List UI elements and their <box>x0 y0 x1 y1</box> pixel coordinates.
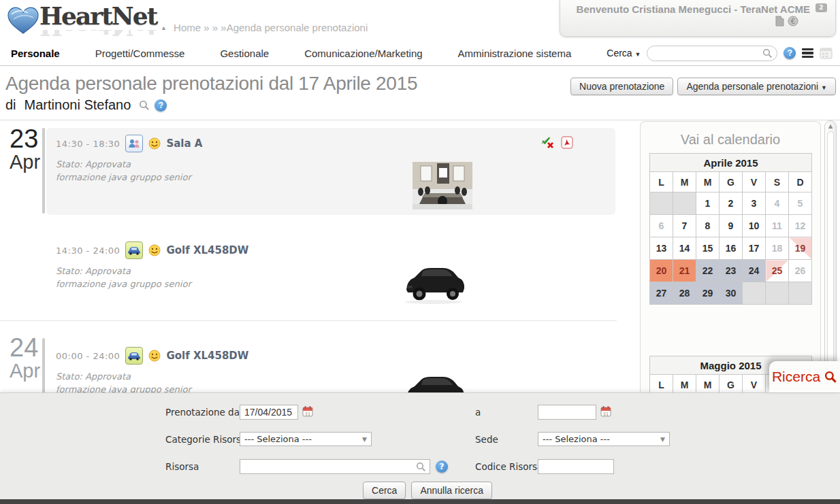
datepicker-icon[interactable]: 31 <box>600 405 611 418</box>
weekday: M <box>696 375 720 395</box>
svg-text:31: 31 <box>603 411 609 417</box>
weekday: M <box>673 172 696 192</box>
calendar-day[interactable]: 26 <box>789 260 812 282</box>
calendar-day[interactable]: 29 <box>696 282 720 305</box>
datepicker-icon[interactable]: 31 <box>302 405 313 418</box>
codice-label: Codice Risorsa <box>475 459 543 474</box>
nav-item-personale[interactable]: Personale <box>11 48 60 59</box>
codice-input[interactable] <box>538 459 614 474</box>
calendar-day[interactable]: 15 <box>696 237 720 260</box>
calendar-day[interactable]: 3 <box>743 192 766 215</box>
weekday: V <box>743 172 766 192</box>
booking-time: 14:30 - 18:30 <box>56 139 120 149</box>
calendar-day[interactable]: 17 <box>743 237 766 260</box>
nav-item-comunicazione[interactable]: Comunicazione/Marketing <box>304 48 422 59</box>
calendar-day <box>766 282 789 305</box>
nav-item-progetti[interactable]: Progetti/Commesse <box>95 48 185 59</box>
search-icon[interactable] <box>762 48 773 58</box>
calendar-day[interactable]: 14 <box>673 237 696 260</box>
app-logo[interactable]: HeartNet <box>7 3 157 35</box>
weekday-row: L M M G V S D <box>650 172 812 192</box>
main-navbar: Personale Progetti/Commesse Gestionale C… <box>0 41 840 66</box>
agenda-menu-button[interactable]: Agenda personale prenotazioni ▼ <box>677 78 836 95</box>
approve-reject-icon[interactable] <box>541 136 555 149</box>
calendar-day[interactable]: 28 <box>673 282 696 305</box>
new-booking-button[interactable]: Nuova prenotazione <box>570 78 673 95</box>
date-to-label: a <box>475 405 481 420</box>
calendar-day[interactable]: 8 <box>696 215 720 237</box>
ricerca-tab[interactable]: Ricerca <box>769 361 840 392</box>
calendar-day[interactable]: 4 <box>766 192 789 215</box>
booking-entry-sala-a[interactable]: 14:30 - 18:30 Sala A <box>46 128 615 215</box>
global-search-input[interactable] <box>647 46 777 61</box>
document-icon[interactable] <box>775 16 784 27</box>
calendar-day[interactable]: 21 <box>673 260 696 282</box>
calendar-day[interactable]: 20 <box>650 260 673 282</box>
calendar-day[interactable]: 16 <box>720 237 743 260</box>
date-to-input[interactable] <box>538 405 596 420</box>
calendar-day[interactable]: 25 <box>766 260 789 282</box>
calendar-day[interactable]: 7 <box>673 215 696 237</box>
messages-icon[interactable]: 2 <box>815 3 827 12</box>
risorsa-input[interactable] <box>240 459 430 474</box>
sede-select[interactable]: --- Seleziona --- ▼ <box>538 432 670 446</box>
calendar-day[interactable]: 22 <box>696 260 720 282</box>
sede-label: Sede <box>475 432 498 447</box>
date-from-label: Prenotazione da <box>165 405 240 420</box>
booking-entry-golf-23[interactable]: 14:30 - 24:00 Golf XL458DW Stato: App <box>46 235 615 316</box>
calendar-day[interactable]: 1 <box>696 192 720 215</box>
risorsa-help-icon[interactable]: ? <box>436 460 448 473</box>
page-head: Agenda personale prenotazioni dal 17 Apr… <box>0 66 840 120</box>
caret-down-icon: ▼ <box>362 436 371 443</box>
booking-status: Stato: Approvata <box>56 265 606 278</box>
booking-resource-name[interactable]: Golf XL458DW <box>166 244 248 256</box>
calendar-day[interactable]: 27 <box>650 282 673 305</box>
search-submit-button[interactable]: Cerca <box>363 482 406 499</box>
cancel-search-button[interactable]: Annulla ricerca <box>411 482 492 499</box>
calendar-day[interactable]: 11 <box>766 215 789 237</box>
calendar-nav-icon[interactable] <box>820 47 833 59</box>
owner-name[interactable]: Martinoni Stefano <box>21 97 135 113</box>
search-icon[interactable] <box>416 462 426 472</box>
category-select[interactable]: --- Seleziona --- ▼ <box>240 432 372 446</box>
cerca-dropdown[interactable]: Cerca ▼ <box>607 48 641 58</box>
calendar-day <box>743 282 766 305</box>
top-header: HeartNet HeartNet ▲ Home » » »Agenda per… <box>0 0 840 41</box>
caret-down-icon: ▼ <box>821 84 827 91</box>
owner-help-icon[interactable]: ? <box>155 99 167 112</box>
calendar-day[interactable]: 10 <box>743 215 766 237</box>
calendar-day <box>650 192 673 215</box>
nav-item-gestionale[interactable]: Gestionale <box>220 48 269 59</box>
scroll-up-arrow-icon[interactable]: ▲ <box>825 121 836 129</box>
calendar-sidebar-title[interactable]: Vai al calendario <box>641 132 820 148</box>
date-from-input[interactable] <box>240 405 298 420</box>
pdf-icon[interactable] <box>561 136 573 149</box>
euro-icon[interactable]: € <box>788 16 798 27</box>
calendar-day[interactable]: 2 <box>720 192 743 215</box>
booking-resource-name[interactable]: Golf XL458DW <box>166 350 248 362</box>
meeting-room-photo <box>413 162 472 209</box>
user-welcome-box: Benvenuto Cristiana Menegucci - TeraNet … <box>560 0 836 37</box>
breadcrumb-home-link[interactable]: Home <box>174 22 201 33</box>
calendar-day[interactable]: 12 <box>789 215 812 237</box>
weekday: G <box>720 375 743 395</box>
owner-search-icon[interactable] <box>139 100 150 111</box>
meeting-room-icon <box>125 135 143 152</box>
booking-resource-name[interactable]: Sala A <box>166 137 202 150</box>
calendar-day[interactable]: 6 <box>650 215 673 237</box>
menu-icon[interactable] <box>802 48 813 58</box>
calendar-day[interactable]: 5 <box>789 192 812 215</box>
weekday: V <box>743 375 766 395</box>
day-label-24: 24 Apr <box>10 335 45 381</box>
help-icon[interactable]: ? <box>784 47 796 59</box>
calendar-day[interactable]: 9 <box>720 215 743 237</box>
calendar-day[interactable]: 18 <box>766 237 789 260</box>
nav-item-amministrazione[interactable]: Amministrazione sistema <box>458 48 572 59</box>
breadcrumb-trail: » » »Agenda personale prenotazioni <box>204 22 368 33</box>
car-photo <box>398 258 470 306</box>
calendar-day[interactable]: 23 <box>720 260 743 282</box>
calendar-day[interactable]: 24 <box>743 260 766 282</box>
calendar-day[interactable]: 30 <box>720 282 743 305</box>
calendar-day[interactable]: 19 <box>789 237 812 260</box>
calendar-day[interactable]: 13 <box>650 237 673 260</box>
